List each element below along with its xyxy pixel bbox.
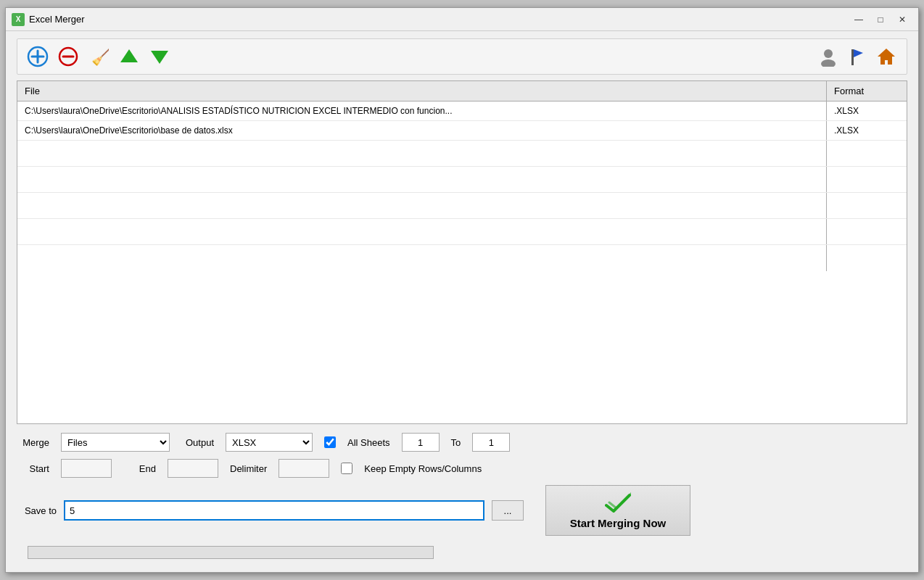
col-file-header: File <box>17 81 827 101</box>
svg-marker-11 <box>854 49 863 57</box>
cancel-icon <box>58 46 78 67</box>
file-path-1: C:\Users\laura\OneDrive\Escritorio\ANALI… <box>17 102 827 120</box>
all-sheets-label: All Sheets <box>347 437 390 448</box>
person-icon <box>818 46 838 67</box>
table-row[interactable]: C:\Users\laura\OneDrive\Escritorio\ANALI… <box>17 102 907 121</box>
save-to-input[interactable] <box>64 500 484 521</box>
all-sheets-checkbox[interactable] <box>324 436 336 448</box>
title-bar: X Excel Merger — □ ✕ <box>6 8 918 31</box>
merge-row: Merge Files Sheets Output XLSX CSV XLS A… <box>17 433 907 452</box>
table-body: C:\Users\laura\OneDrive\Escritorio\ANALI… <box>17 102 907 423</box>
flag-icon <box>847 46 867 67</box>
svg-point-8 <box>824 49 833 58</box>
close-button[interactable]: ✕ <box>892 12 912 28</box>
controls-area: Merge Files Sheets Output XLSX CSV XLS A… <box>6 424 918 572</box>
file-path-2: C:\Users\laura\OneDrive\Escritorio\base … <box>17 121 827 140</box>
start-end-row: Start End Delimiter Keep Empty Rows/Colu… <box>17 459 907 478</box>
main-window: X Excel Merger — □ ✕ <box>5 7 919 573</box>
user-button[interactable] <box>815 44 841 70</box>
end-input[interactable] <box>168 459 218 478</box>
table-row-empty-5 <box>17 245 907 271</box>
keep-empty-checkbox[interactable] <box>341 463 352 474</box>
table-row-empty-4 <box>17 219 907 245</box>
move-down-button[interactable] <box>147 44 173 70</box>
window-title: Excel Merger <box>29 14 849 25</box>
table-row-empty-2 <box>17 167 907 193</box>
keep-empty-label: Keep Empty Rows/Columns <box>364 463 482 474</box>
browse-button[interactable]: ... <box>492 500 524 521</box>
toolbar-right <box>815 44 899 70</box>
svg-text:🧹: 🧹 <box>91 47 109 67</box>
save-to-label: Save to <box>17 505 57 516</box>
start-merging-button[interactable]: Start Merging Now <box>545 485 690 536</box>
file-table: File Format C:\Users\laura\OneDrive\Escr… <box>17 80 907 424</box>
language-button[interactable] <box>844 44 870 70</box>
end-label: End <box>123 463 156 474</box>
start-merging-label: Start Merging Now <box>570 517 667 529</box>
home-icon <box>876 46 896 67</box>
window-controls: — □ ✕ <box>849 12 912 28</box>
minimize-button[interactable]: — <box>849 12 869 28</box>
sheets-to-input[interactable] <box>472 433 510 452</box>
svg-point-9 <box>821 59 836 67</box>
up-arrow-icon <box>119 46 139 67</box>
add-icon <box>27 46 49 67</box>
output-label: Output <box>181 437 214 448</box>
merge-label: Merge <box>17 437 49 448</box>
delimiter-label: Delimiter <box>230 463 267 474</box>
start-input[interactable] <box>61 459 112 478</box>
add-file-button[interactable] <box>25 44 51 70</box>
start-merging-icon <box>605 492 631 514</box>
table-row-empty-3 <box>17 193 907 219</box>
down-arrow-icon <box>149 46 170 67</box>
start-label: Start <box>17 463 49 474</box>
progress-bar <box>28 546 434 559</box>
toolbar-left: 🧹 <box>25 44 173 70</box>
table-row-empty-1 <box>17 141 907 167</box>
remove-button[interactable] <box>55 44 81 70</box>
col-format-header: Format <box>827 81 907 101</box>
table-header: File Format <box>17 81 907 102</box>
output-select[interactable]: XLSX CSV XLS <box>226 433 313 452</box>
file-format-2: .XLSX <box>827 121 907 140</box>
svg-marker-6 <box>120 49 138 62</box>
progress-area <box>28 546 896 559</box>
app-icon: X <box>12 13 25 26</box>
move-up-button[interactable] <box>116 44 142 70</box>
table-row[interactable]: C:\Users\laura\OneDrive\Escritorio\base … <box>17 121 907 141</box>
svg-rect-10 <box>851 49 854 65</box>
merge-select[interactable]: Files Sheets <box>61 433 170 452</box>
maximize-button[interactable]: □ <box>870 12 891 28</box>
broom-icon: 🧹 <box>88 46 109 67</box>
clear-button[interactable]: 🧹 <box>86 44 112 70</box>
save-row: Save to ... Start Merging Now <box>17 485 907 536</box>
svg-marker-7 <box>151 51 168 64</box>
to-label: To <box>451 437 461 448</box>
file-format-1: .XLSX <box>827 102 907 120</box>
delimiter-input[interactable] <box>279 459 329 478</box>
sheets-from-input[interactable] <box>402 433 440 452</box>
home-button[interactable] <box>873 44 899 70</box>
toolbar: 🧹 <box>17 38 907 75</box>
svg-marker-12 <box>878 49 895 65</box>
